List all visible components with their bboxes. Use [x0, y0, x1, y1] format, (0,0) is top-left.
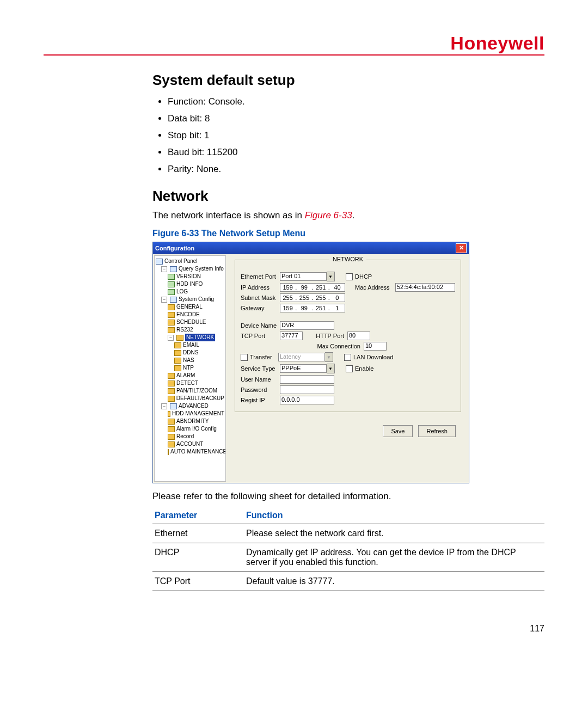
- tree-item-sysconf[interactable]: −System Config: [156, 296, 224, 303]
- nav-tree[interactable]: Control Panel −Query System Info VERSION…: [154, 255, 226, 482]
- tree-item-advanced[interactable]: −ADVANCED: [156, 402, 224, 410]
- tree-item-record[interactable]: Record: [156, 433, 224, 440]
- refresh-button[interactable]: Refresh: [418, 425, 456, 437]
- tree-item-qsi[interactable]: −Query System Info: [156, 265, 224, 273]
- tree-item-alarm[interactable]: ALARM: [156, 372, 224, 379]
- save-button[interactable]: Save: [383, 425, 413, 437]
- tree-item-email[interactable]: EMAIL: [156, 341, 224, 349]
- tree-item-rs232[interactable]: RS232: [156, 326, 224, 334]
- tree-item-abn[interactable]: ABNORMITY: [156, 418, 224, 425]
- chevron-down-icon[interactable]: ▼: [327, 272, 335, 281]
- label-maxconn: Max Connection: [311, 343, 364, 349]
- label-subnet: Subnet Mask: [241, 294, 280, 301]
- folder-icon: [168, 419, 175, 425]
- tree-item-network[interactable]: −NETWORK: [156, 334, 224, 341]
- dhcp-checkbox[interactable]: [346, 273, 353, 280]
- lan-download-checkbox[interactable]: [344, 354, 351, 361]
- label-httpport: HTTP Port: [311, 333, 347, 339]
- tree-label: LOG: [176, 288, 188, 296]
- tree-label: AUTO MAINTENANCE: [170, 448, 226, 456]
- tree-item-ddns[interactable]: DDNS: [156, 349, 224, 357]
- tree-item-default[interactable]: DEFAULT/BACKUP: [156, 395, 224, 402]
- transfer-checkbox[interactable]: [241, 354, 248, 361]
- network-group: NETWORK Ethernet Port Port 01 ▼ DHCP: [235, 260, 461, 412]
- label-devname: Device Name: [241, 322, 280, 329]
- folder-icon: [174, 365, 181, 371]
- collapse-icon[interactable]: −: [168, 335, 174, 341]
- collapse-icon[interactable]: −: [161, 297, 167, 303]
- ip-octet: 159: [281, 305, 294, 311]
- tree-item-log[interactable]: LOG: [156, 288, 224, 296]
- brand-logo: Honeywell: [450, 33, 544, 54]
- label-regip: Regist IP: [241, 397, 280, 403]
- table-cell-func: Dynamically get IP address. You can get …: [244, 543, 544, 572]
- collapse-icon[interactable]: −: [161, 403, 167, 409]
- device-name-input[interactable]: DVR: [280, 321, 334, 330]
- after-figure-text: Please refer to the following sheet for …: [152, 491, 544, 502]
- tree-item-encode[interactable]: ENCODE: [156, 311, 224, 318]
- tcp-port-input[interactable]: 37777: [280, 332, 303, 340]
- window-title: Configuration: [155, 242, 194, 254]
- service-type-select[interactable]: PPPoE ▼: [280, 364, 335, 373]
- http-port-input[interactable]: 80: [347, 332, 370, 340]
- parameter-table: Parameter Function Ethernet Please selec…: [152, 507, 544, 591]
- tree-label: SCHEDULE: [176, 318, 206, 326]
- folder-icon: [168, 426, 175, 432]
- tree-item-schedule[interactable]: SCHEDULE: [156, 318, 224, 326]
- folder-icon: [168, 388, 175, 394]
- ip-octet: 255: [315, 294, 327, 301]
- tree-item-auto[interactable]: AUTO MAINTENANCE: [156, 448, 224, 456]
- folder-icon: [168, 327, 175, 333]
- tree-item-hddm[interactable]: HDD MANAGEMENT: [156, 410, 224, 418]
- folder-icon: [174, 342, 181, 348]
- regist-ip-input[interactable]: 0.0.0.0: [280, 396, 334, 404]
- tree-label: ALARM: [176, 372, 195, 379]
- enable-checkbox[interactable]: [346, 365, 353, 372]
- tree-item-detect[interactable]: DETECT: [156, 379, 224, 387]
- table-cell-param: DHCP: [152, 543, 244, 572]
- ethernet-port-select[interactable]: Port 01 ▼: [280, 272, 335, 281]
- max-connection-input[interactable]: 10: [364, 342, 387, 351]
- subnet-mask-input[interactable]: 255. 255. 255. 0: [280, 293, 345, 302]
- label-landl: LAN Download: [353, 354, 393, 360]
- folder-icon: [168, 411, 170, 417]
- table-cell-param: Ethernet: [152, 524, 244, 543]
- tree-item-ptz[interactable]: PAN/TILT/ZOOM: [156, 387, 224, 395]
- table-row: Ethernet Please select the network card …: [152, 524, 544, 543]
- tree-label: EMAIL: [183, 341, 199, 349]
- service-type-value: PPPoE: [280, 364, 327, 373]
- tree-item-version[interactable]: VERSION: [156, 273, 224, 280]
- folder-icon: [168, 320, 175, 326]
- folder-icon: [168, 434, 175, 440]
- window-titlebar[interactable]: Configuration ✕: [153, 242, 469, 254]
- folder-icon: [168, 380, 175, 386]
- gateway-input[interactable]: 159. 99. 251. 1: [280, 304, 345, 312]
- tree-label: DEFAULT/BACKUP: [176, 395, 224, 402]
- tree-label: NTP: [183, 364, 194, 372]
- tree-item-nas[interactable]: NAS: [156, 357, 224, 364]
- tree-label: System Config: [179, 296, 214, 303]
- table-cell-func: Default value is 37777.: [244, 572, 544, 591]
- tree-label: ENCODE: [176, 311, 200, 318]
- password-input[interactable]: [280, 385, 334, 394]
- chevron-down-icon[interactable]: ▼: [327, 364, 335, 373]
- username-input[interactable]: [280, 375, 334, 384]
- ip-octet: 40: [331, 284, 344, 291]
- ethernet-port-value: Port 01: [280, 272, 327, 281]
- label-enable: Enable: [355, 365, 373, 372]
- close-icon[interactable]: ✕: [456, 243, 467, 253]
- tree-item-account[interactable]: ACCOUNT: [156, 440, 224, 448]
- ip-address-input[interactable]: 159. 99. 251. 40: [280, 283, 345, 292]
- table-cell-param: TCP Port: [152, 572, 244, 591]
- table-header-parameter: Parameter: [152, 507, 244, 524]
- tree-item-aio[interactable]: Alarm I/O Config: [156, 425, 224, 433]
- tree-item-ntp[interactable]: NTP: [156, 364, 224, 372]
- label-dhcp: DHCP: [355, 273, 372, 280]
- tree-item-general[interactable]: GENERAL: [156, 303, 224, 311]
- tree-item-control-panel[interactable]: Control Panel: [156, 257, 224, 265]
- ip-octet: 99: [298, 284, 310, 291]
- tree-item-hddinfo[interactable]: HDD INFO: [156, 280, 224, 288]
- network-intro: The network interface is shown as in Fig…: [152, 210, 544, 221]
- tree-label: ADVANCED: [179, 402, 209, 410]
- collapse-icon[interactable]: −: [161, 266, 167, 272]
